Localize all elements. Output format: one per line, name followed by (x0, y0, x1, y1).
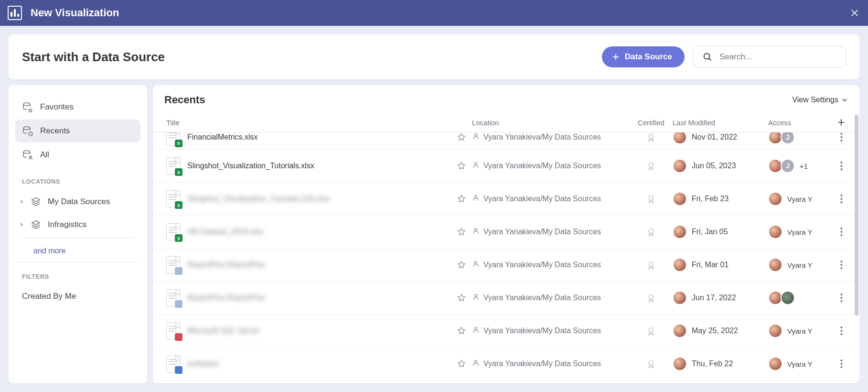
favorite-toggle[interactable] (451, 359, 472, 369)
row-more-button[interactable] (830, 359, 852, 369)
row-more-button[interactable] (830, 194, 852, 204)
svg-point-38 (840, 327, 842, 328)
scrollbar-track[interactable] (855, 112, 858, 381)
modified-date: May 25, 2022 (692, 327, 738, 335)
sidebar-item-recents[interactable]: Recents (15, 120, 140, 142)
sidebar-location-infragistics[interactable]: Infragistics (15, 214, 140, 236)
table-row[interactable]: x Slingshot_Visualization_Tutorials.xlsx… (153, 150, 859, 183)
favorite-toggle[interactable] (451, 260, 472, 270)
avatar: J (781, 159, 795, 173)
col-certified[interactable]: Certified (630, 119, 673, 127)
favorite-toggle[interactable] (451, 326, 472, 336)
file-title: Slingshot_Visualization_Tutorials.xlsx (187, 162, 314, 170)
modified-date: Jun 17, 2022 (692, 294, 736, 302)
svg-point-23 (840, 228, 842, 229)
database-user-icon (22, 149, 33, 161)
avatar (768, 225, 782, 239)
location-text: Vyara Yanakieva/My Data Sources (483, 359, 601, 368)
svg-point-13 (840, 162, 842, 163)
row-more-button[interactable] (830, 293, 852, 303)
location-text: Vyara Yanakieva/My Data Sources (483, 228, 601, 236)
favorite-toggle[interactable] (451, 194, 472, 204)
svg-point-27 (649, 262, 653, 266)
sidebar-item-all[interactable]: All (15, 143, 140, 166)
plus-icon (836, 118, 846, 127)
table-row[interactable]: Casey McGulgan Vyara Yanakieva/My Data S… (153, 381, 859, 383)
sidebar-label: Created By Me (22, 292, 76, 301)
scrollbar-thumb[interactable] (855, 115, 858, 316)
row-more-button[interactable] (830, 326, 852, 336)
file-icon: x (166, 223, 181, 240)
col-access[interactable]: Access (768, 119, 830, 127)
divider (22, 238, 134, 238)
row-more-button[interactable] (830, 132, 852, 142)
table-row[interactable]: Microsoft SQL Server Vyara Yanakieva/My … (153, 315, 859, 348)
row-more-button[interactable] (830, 161, 852, 171)
file-title: HR Dataset_2019.xlsx (187, 228, 263, 236)
file-icon (166, 289, 181, 306)
svg-point-24 (840, 231, 842, 233)
file-title: scribated (187, 359, 218, 368)
modified-date: Jun 05, 2023 (692, 162, 736, 170)
sidebar-item-favorites[interactable]: Favorites (15, 96, 140, 119)
table-row[interactable]: x HR Dataset_2019.xlsx Vyara Yanakieva/M… (153, 216, 859, 249)
svg-point-14 (840, 165, 842, 167)
location-text: Vyara Yanakieva/My Data Sources (483, 162, 601, 170)
access-label: Vyara Y (787, 228, 813, 236)
layers-icon (31, 196, 41, 207)
svg-point-36 (474, 327, 477, 330)
person-icon (472, 161, 480, 171)
modified-date: Fri, Jan 05 (692, 228, 728, 236)
svg-point-25 (840, 234, 842, 236)
favorite-toggle[interactable] (451, 161, 472, 171)
search-input[interactable] (719, 52, 837, 62)
table-row[interactable]: ReportPlus ReportPlus Vyara Yanakieva/My… (153, 282, 859, 315)
view-settings-label: View Settings (792, 96, 838, 104)
svg-point-33 (840, 294, 842, 295)
sidebar-location-my-data-sources[interactable]: My Data Sources (15, 191, 140, 213)
filters-heading: FILTERS (15, 262, 140, 285)
avatar (673, 357, 687, 371)
page-heading: Start with a Data Source (22, 50, 165, 65)
sidebar-filter-created-by-me[interactable]: Created By Me (15, 286, 140, 307)
table-row[interactable]: ReportPlus ReportPlus Vyara Yanakieva/My… (153, 249, 859, 282)
col-last-modified[interactable]: Last Modified (673, 119, 768, 127)
certified-badge (630, 359, 673, 369)
table-row[interactable]: x Slingshot_Visualization_Tutorials (16)… (153, 183, 859, 216)
search-box[interactable] (693, 46, 846, 68)
person-icon (472, 132, 480, 142)
add-data-source-label: Data Source (625, 52, 672, 62)
view-settings-button[interactable]: View Settings (792, 96, 848, 104)
table-row[interactable]: scribated Vyara Yanakieva/My Data Source… (153, 348, 859, 381)
modified-date: Thu, Feb 22 (692, 359, 733, 368)
row-more-button[interactable] (830, 227, 852, 237)
certified-badge (630, 161, 673, 171)
access-label: Vyara Y (787, 195, 813, 203)
favorite-toggle[interactable] (451, 227, 472, 237)
access-label: Vyara Y (787, 261, 813, 269)
file-title: ReportPlus ReportPlus (187, 294, 265, 302)
favorite-toggle[interactable] (451, 293, 472, 303)
access-label: +1 (800, 162, 808, 170)
svg-point-26 (474, 261, 477, 264)
favorite-toggle[interactable] (451, 132, 472, 142)
col-location[interactable]: Location (472, 119, 630, 127)
chart-icon (8, 6, 22, 20)
avatar (673, 132, 687, 144)
row-more-button[interactable] (830, 260, 852, 270)
location-text: Vyara Yanakieva/My Data Sources (483, 261, 601, 269)
svg-point-11 (474, 163, 477, 165)
avatar (673, 192, 687, 206)
svg-point-31 (474, 294, 477, 297)
person-icon (472, 359, 480, 369)
and-more-link[interactable]: and more (15, 240, 140, 262)
table-row[interactable]: x FinancialMetrics.xlsx Vyara Yanakieva/… (153, 132, 859, 150)
certified-badge (630, 227, 673, 237)
add-column-button[interactable] (830, 118, 852, 127)
svg-point-10 (840, 140, 842, 142)
col-title[interactable]: Title (164, 119, 451, 127)
avatar (673, 159, 687, 173)
close-button[interactable] (849, 7, 860, 19)
svg-point-16 (474, 196, 477, 198)
add-data-source-button[interactable]: Data Source (602, 46, 685, 67)
